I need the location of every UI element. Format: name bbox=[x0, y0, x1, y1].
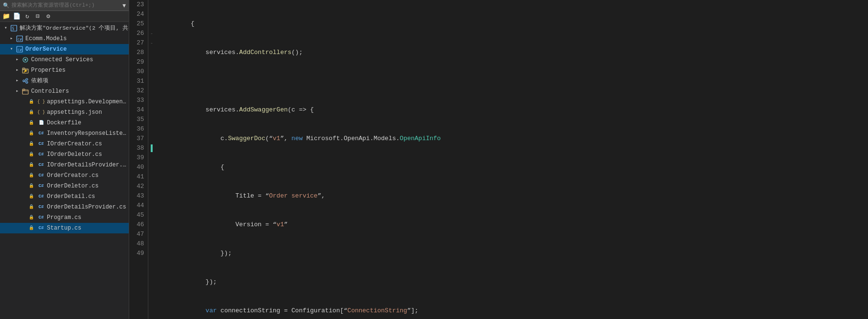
file-icon: 📄 bbox=[37, 118, 45, 128]
tree-item-program[interactable]: 🔒 C# Program.cs bbox=[0, 212, 129, 223]
code-line-32: }); bbox=[161, 277, 862, 287]
expand-arrow bbox=[13, 66, 21, 75]
cs-icon5: C# bbox=[37, 171, 45, 180]
json-icon2: { } bbox=[37, 108, 45, 117]
tree-item-deps[interactable]: 依赖项 bbox=[0, 76, 129, 86]
orderdetailsprovider-label: OrderDetailsProvider.cs bbox=[47, 202, 129, 212]
code-line-25 bbox=[161, 77, 862, 86]
appsettings-dev-label: appsettings.Development.json bbox=[47, 97, 129, 107]
json-icon: { } bbox=[37, 97, 45, 107]
solution-explorer-toolbar: 📁 📄 ↻ ⊟ ⚙ bbox=[0, 11, 129, 22]
tree-item-ecomm[interactable]: C# Ecomm.Models bbox=[0, 33, 129, 44]
controllers-label: Controllers bbox=[31, 87, 129, 96]
ordercreator-label: OrderCreator.cs bbox=[47, 171, 129, 180]
lock-icon9: 🔒 bbox=[27, 181, 35, 191]
refresh-icon[interactable]: ↻ bbox=[23, 12, 32, 21]
svg-point-13 bbox=[26, 81, 28, 83]
controllers-icon bbox=[21, 88, 30, 95]
lock-icon2: 🔒 bbox=[27, 108, 35, 117]
lock-icon5: 🔒 bbox=[27, 139, 35, 149]
tree-item-solution[interactable]: S 解决方案"OrderService"(2 个项目, 共 bbox=[0, 23, 129, 33]
cs-icon6: C# bbox=[37, 181, 45, 191]
startup-label: Startup.cs bbox=[47, 223, 129, 233]
dockerfile-label: Dockerfile bbox=[47, 118, 129, 128]
lock-icon8: 🔒 bbox=[27, 171, 35, 180]
cs-icon3: C# bbox=[37, 150, 45, 159]
code-line-33: var connectionString = Configuration[“Co… bbox=[161, 306, 862, 316]
deps-label: 依赖项 bbox=[31, 76, 129, 86]
code-editor: 23 24 25 26 27 28 29 30 31 32 33 34 35 3… bbox=[129, 0, 868, 319]
properties-label: Properties bbox=[31, 66, 129, 75]
code-line-31: }); bbox=[161, 249, 862, 258]
tree-item-appsettings[interactable]: 🔒 { } appsettings.json bbox=[0, 107, 129, 118]
new-solution-folder-icon[interactable]: 📁 bbox=[2, 12, 11, 21]
tree-item-appsettings-dev[interactable]: 🔒 { } appsettings.Development.json bbox=[0, 97, 129, 107]
search-icon: 🔍 bbox=[3, 2, 10, 9]
tree-item-connected-services[interactable]: Connected Services bbox=[0, 55, 129, 65]
lock-icon4: 🔒 bbox=[27, 129, 35, 138]
tree-item-iorderdeletor[interactable]: 🔒 C# IOrderDeletor.cs bbox=[0, 149, 129, 160]
inventorylistener-label: InventoryResponseListener.cs bbox=[47, 129, 129, 138]
code-lines[interactable]: { services.AddControllers(); services.Ad… bbox=[155, 0, 868, 319]
appsettings-label: appsettings.json bbox=[47, 108, 129, 117]
tree-item-orderdetail[interactable]: 🔒 C# OrderDetail.cs bbox=[0, 191, 129, 202]
code-line-26: services.AddSwaggerGen(c => { bbox=[161, 105, 862, 115]
project-icon: C# bbox=[15, 35, 24, 42]
expand-arrow bbox=[13, 55, 21, 65]
fold-gutter: - - bbox=[148, 0, 155, 319]
solution-explorer: 🔍 ▾ 📁 📄 ↻ ⊟ ⚙ S 解决方案"OrderService"(2 个项目… bbox=[0, 0, 129, 319]
iorderdeletor-label: IOrderDeletor.cs bbox=[47, 150, 129, 159]
solution-label: 解决方案"OrderService"(2 个项目, 共 bbox=[20, 23, 129, 33]
lock-icon11: 🔒 bbox=[27, 202, 35, 212]
solution-explorer-search: 🔍 ▾ bbox=[0, 0, 129, 11]
search-input[interactable] bbox=[11, 2, 121, 8]
fold-27[interactable]: - bbox=[150, 41, 153, 46]
code-line-28: { bbox=[161, 163, 862, 172]
collapse-all-icon[interactable]: ⊟ bbox=[33, 12, 42, 21]
search-collapse-button[interactable]: ▾ bbox=[122, 1, 126, 9]
cs-icon8: C# bbox=[37, 202, 45, 212]
show-all-files-icon[interactable]: 📄 bbox=[12, 12, 21, 21]
fold-26[interactable]: - bbox=[150, 31, 153, 36]
expand-arrow bbox=[13, 87, 21, 96]
tree-item-startup[interactable]: 🔒 C# Startup.cs bbox=[0, 223, 129, 233]
tree-item-ordercreator[interactable]: 🔒 C# OrderCreator.cs bbox=[0, 170, 129, 181]
code-line-29: Title = “Order service”, bbox=[161, 191, 862, 201]
code-line-23: { bbox=[161, 19, 862, 29]
lock-icon13: 🔒 bbox=[27, 223, 35, 233]
lock-icon7: 🔒 bbox=[27, 160, 35, 170]
iordercreator-label: IOrderCreator.cs bbox=[47, 139, 129, 149]
tree-item-dockerfile[interactable]: 🔒 📄 Dockerfile bbox=[0, 118, 129, 128]
tree-item-iordercreator[interactable]: 🔒 C# IOrderCreator.cs bbox=[0, 139, 129, 149]
tree-item-properties[interactable]: 🔑 Properties bbox=[0, 65, 129, 76]
tree-item-iorderdetailsprovider[interactable]: 🔒 C# IOrderDetailsProvider.cs bbox=[0, 160, 129, 170]
cs-icon: C# bbox=[37, 129, 45, 138]
tree-item-orderservice[interactable]: C# OrderService bbox=[0, 44, 129, 55]
expand-arrow bbox=[2, 23, 10, 33]
svg-text:C#: C# bbox=[18, 38, 22, 42]
properties-folder-icon: 🔑 bbox=[21, 67, 30, 74]
orderservice-label: OrderService bbox=[25, 44, 129, 54]
breakpoint-marker-38 bbox=[151, 144, 153, 152]
lock-icon12: 🔒 bbox=[27, 213, 35, 222]
properties-icon[interactable]: ⚙ bbox=[44, 12, 53, 21]
connected-services-label: Connected Services bbox=[31, 55, 129, 65]
svg-point-12 bbox=[26, 78, 28, 80]
lock-icon3: 🔒 bbox=[27, 118, 35, 128]
orderdeletor-label: OrderDeletor.cs bbox=[47, 181, 129, 191]
solution-icon: S bbox=[10, 25, 18, 32]
tree-item-inventorylistener[interactable]: 🔒 C# InventoryResponseListener.cs bbox=[0, 128, 129, 139]
code-scroll-area[interactable]: 23 24 25 26 27 28 29 30 31 32 33 34 35 3… bbox=[129, 0, 868, 319]
tree-item-orderdeletor[interactable]: 🔒 C# OrderDeletor.cs bbox=[0, 181, 129, 191]
cs-icon10: C# bbox=[37, 223, 45, 233]
program-label: Program.cs bbox=[47, 213, 129, 222]
tree-item-controllers[interactable]: Controllers bbox=[0, 86, 129, 97]
cs-icon2: C# bbox=[37, 139, 45, 149]
lock-icon: 🔒 bbox=[27, 97, 35, 107]
lock-icon10: 🔒 bbox=[27, 192, 35, 201]
svg-text:S: S bbox=[12, 27, 14, 31]
expand-arrow bbox=[8, 44, 15, 54]
tree-item-orderdetailsprovider[interactable]: 🔒 C# OrderDetailsProvider.cs bbox=[0, 202, 129, 212]
cs-icon7: C# bbox=[37, 192, 45, 201]
svg-line-15 bbox=[25, 81, 26, 82]
